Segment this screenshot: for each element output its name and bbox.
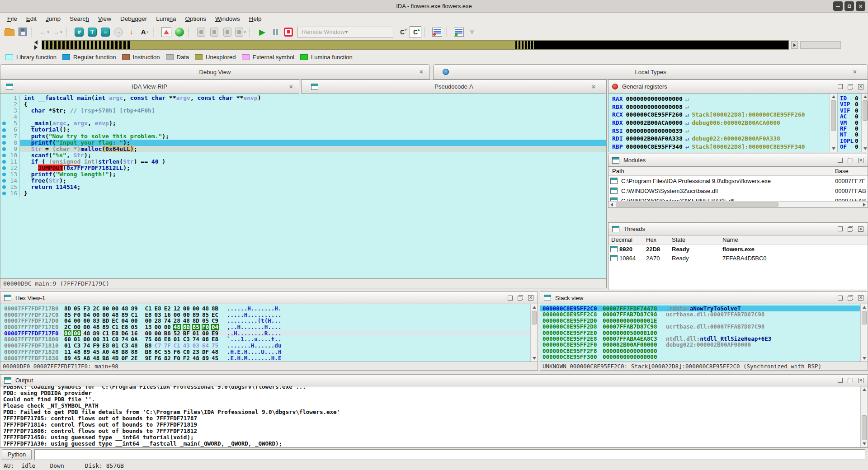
- flag-row[interactable]: VM0: [840, 119, 861, 125]
- flag-row[interactable]: VIP0: [840, 101, 861, 107]
- register-row[interactable]: RSI0000000000000039↵: [612, 127, 830, 135]
- register-list[interactable]: RAX0000000000000000↵RBX0000000000000008↵…: [609, 94, 830, 152]
- menu-item-edit[interactable]: Edit: [22, 14, 41, 24]
- hex-byte[interactable]: C3: [121, 343, 128, 349]
- registers-scrollbar[interactable]: [830, 94, 837, 152]
- hex-byte[interactable]: C3: [73, 343, 81, 349]
- hex-byte[interactable]: F2: [183, 355, 190, 362]
- hex-scrollbar[interactable]: [530, 304, 538, 362]
- breakpoint-dot[interactable]: [2, 185, 6, 189]
- hex-byte[interactable]: 75: [211, 343, 219, 349]
- hex-byte[interactable]: C3: [183, 336, 190, 343]
- register-row[interactable]: RCX000000C8E95FF260↵Stack[000022D8]:0000…: [612, 111, 830, 119]
- lumina-orb-button[interactable]: [174, 26, 185, 38]
- menu-item-help[interactable]: Help: [245, 14, 266, 24]
- save-button[interactable]: [17, 26, 28, 38]
- hex-byte[interactable]: C1: [102, 330, 109, 337]
- breakpoint-dot[interactable]: [2, 122, 6, 125]
- hex-byte[interactable]: BD: [102, 318, 109, 324]
- hex-byte[interactable]: 00: [102, 306, 109, 312]
- menu-item-jump[interactable]: Jump: [41, 14, 65, 24]
- register-value[interactable]: 000000C8E95FF340: [626, 143, 682, 150]
- hex-byte[interactable]: 2C: [64, 324, 71, 330]
- hex-byte[interactable]: E8: [145, 312, 152, 318]
- hex-byte[interactable]: BF: [183, 330, 190, 337]
- register-value[interactable]: 0000000000000008: [626, 103, 682, 110]
- registers-close-icon[interactable]: ×: [858, 84, 863, 89]
- minimize-button[interactable]: [833, 1, 843, 11]
- hex-byte[interactable]: 48: [83, 330, 90, 337]
- stack-row[interactable]: 000000C8E95FF2D800007FFAB7D87C98ucrtbase…: [540, 324, 868, 329]
- hex-byte[interactable]: 85: [64, 312, 71, 318]
- navband-right-arrow-icon[interactable]: [34, 45, 38, 50]
- hex-byte[interactable]: 88: [130, 349, 138, 355]
- tab-local-types[interactable]: Local Types ×: [433, 64, 868, 80]
- breakpoint-dot[interactable]: [2, 128, 6, 132]
- hex-byte[interactable]: C1: [130, 312, 138, 318]
- hex-byte[interactable]: 48: [73, 349, 81, 355]
- hex-byte[interactable]: 00: [92, 336, 100, 343]
- modules-float-icon[interactable]: [848, 158, 853, 163]
- hex-byte[interactable]: 74: [83, 343, 90, 349]
- hex-byte[interactable]: C1: [111, 324, 119, 330]
- breakpoint-tool-4-button[interactable]: ▾: [235, 26, 246, 38]
- open-structures-button[interactable]: #: [73, 26, 85, 38]
- hex-byte[interactable]: 00: [92, 312, 100, 318]
- code-line[interactable]: 4: [0, 114, 606, 120]
- hex-byte[interactable]: 82: [164, 355, 171, 362]
- hex-byte[interactable]: 8B: [211, 306, 219, 312]
- python-selector-button[interactable]: Python: [2, 449, 32, 460]
- flag-row[interactable]: ID0: [840, 95, 861, 101]
- tab-ida-view-rip-close-icon[interactable]: ×: [289, 83, 293, 90]
- register-row[interactable]: RDI000002B00AF0A338↵debug022:000002B00AF…: [612, 135, 830, 143]
- output-scrollbar[interactable]: [860, 386, 868, 447]
- register-value[interactable]: 0000000000000000: [626, 95, 682, 102]
- redo-button[interactable]: →▾: [52, 26, 63, 38]
- hex-byte[interactable]: 05: [73, 306, 81, 312]
- hex-row[interactable]: 00007FF7FDF7181001C374F9E801C348B8C77FC1…: [0, 343, 538, 349]
- script-snippets-button[interactable]: ▾: [466, 26, 478, 38]
- hex-byte[interactable]: 4D: [111, 355, 119, 362]
- stack-row[interactable]: 000000C8E95FF2F0000002B00AF00000debug022…: [540, 342, 868, 348]
- close-button[interactable]: ×: [856, 1, 865, 11]
- hex-byte[interactable]: 48: [183, 318, 190, 324]
- flags-scrollbar[interactable]: [861, 94, 868, 152]
- navband-expand-button[interactable]: [791, 41, 798, 49]
- hex-maximize-icon[interactable]: [508, 296, 513, 301]
- hex-byte[interactable]: 01: [111, 343, 119, 349]
- hex-byte[interactable]: 48: [92, 324, 100, 330]
- hex-byte[interactable]: 48: [111, 312, 119, 318]
- hex-byte[interactable]: C9: [211, 318, 219, 324]
- stack-view-panel[interactable]: 000000C8E95FF2C000007FF7FDF74478.rdata:a…: [540, 304, 868, 362]
- address-overview-band[interactable]: [42, 40, 789, 50]
- hex-byte[interactable]: 00: [73, 330, 81, 337]
- menu-item-file[interactable]: File: [3, 14, 22, 24]
- code-line[interactable]: 13 printf("Wrong length!");: [0, 171, 606, 178]
- hex-byte[interactable]: 89: [130, 306, 138, 312]
- hex-byte[interactable]: 0F: [121, 355, 128, 362]
- tab-local-types-close-icon[interactable]: ×: [853, 68, 857, 75]
- modules-col-base[interactable]: Base: [835, 168, 868, 174]
- follow-arrow-icon[interactable]: ↵: [685, 127, 689, 134]
- hex-byte[interactable]: 89: [102, 324, 109, 330]
- hex-byte[interactable]: 04: [64, 318, 71, 324]
- threads-col-decimal[interactable]: Decimal: [611, 236, 646, 243]
- hex-row[interactable]: 00007FF7FDF718308945A848B84D0F2E9EF682F0…: [0, 355, 538, 362]
- hex-byte[interactable]: E2: [164, 306, 171, 312]
- hex-byte[interactable]: F3: [83, 306, 90, 312]
- hex-byte[interactable]: 89: [83, 349, 90, 355]
- hex-close-icon[interactable]: ×: [528, 295, 533, 301]
- hex-byte[interactable]: 00: [164, 324, 171, 330]
- hex-byte[interactable]: 04: [121, 318, 128, 324]
- threads-float-icon[interactable]: [848, 226, 853, 232]
- hex-byte[interactable]: F0: [202, 324, 209, 330]
- menu-item-options[interactable]: Options: [181, 14, 211, 24]
- hex-byte[interactable]: EC: [211, 312, 219, 318]
- hex-byte[interactable]: 00: [145, 330, 152, 337]
- pseudocode-view[interactable]: 1int __fastcall main(int argc, const cha…: [0, 94, 607, 279]
- hex-byte[interactable]: 48: [202, 306, 209, 312]
- stack-row[interactable]: 000000C8E95FF2E00000000050000100: [540, 330, 868, 336]
- code-line[interactable]: 2{: [0, 101, 606, 108]
- hex-byte[interactable]: 2E: [130, 355, 138, 362]
- stack-scrollbar[interactable]: [860, 304, 868, 362]
